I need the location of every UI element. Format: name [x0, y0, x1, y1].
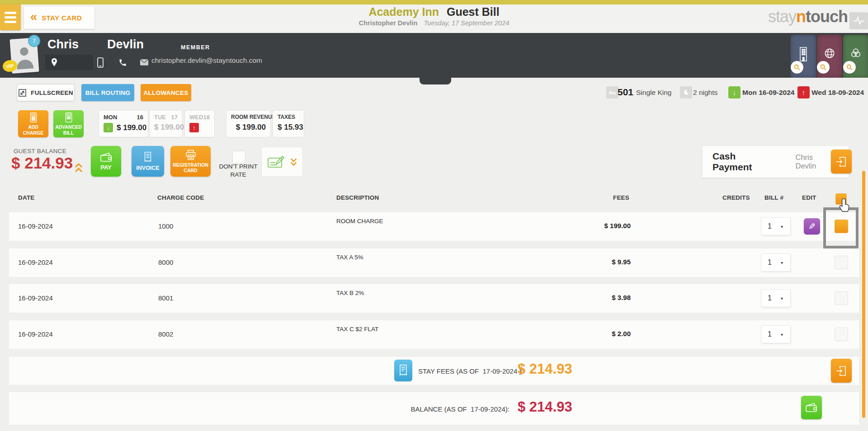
- guest-last-name[interactable]: Devlin: [107, 37, 144, 52]
- edit-charge-button[interactable]: ✎: [804, 218, 820, 234]
- bill-number-select[interactable]: 1 ▾: [761, 325, 791, 343]
- select-all-checkbox[interactable]: [835, 193, 847, 205]
- taxes-card: TAXES $ 15.93: [273, 110, 304, 137]
- panel-group-search[interactable]: [843, 35, 868, 78]
- invoice-icon: [143, 151, 153, 163]
- printer-icon: [185, 150, 197, 160]
- col-header-edit: EDIT: [802, 194, 816, 201]
- guest-fullname: Christopher Devlin: [359, 19, 418, 27]
- row-checkbox[interactable]: [835, 291, 848, 305]
- address-field[interactable]: [45, 55, 93, 70]
- phone-icon[interactable]: [118, 58, 127, 67]
- room-type: Single King: [636, 89, 671, 97]
- dont-print-rate-checkbox[interactable]: [232, 150, 245, 164]
- double-chevron-up-icon[interactable]: [74, 163, 83, 173]
- day-card-tue[interactable]: TUE17 $ 199.00: [149, 110, 183, 137]
- chevron-down-icon: ▾: [781, 332, 783, 337]
- signed-cheque-card[interactable]: [261, 147, 303, 177]
- row-checkbox[interactable]: [835, 220, 848, 233]
- bill-routing-tab[interactable]: BILL ROUTING: [81, 84, 134, 101]
- cheque-pencil-icon: [267, 155, 285, 169]
- allowances-tab[interactable]: ALLOWANCES: [141, 84, 191, 101]
- chevron-down-icon: ▾: [781, 296, 783, 301]
- taxes-label: TAXES: [278, 114, 299, 120]
- vertical-scrollbar[interactable]: [862, 171, 865, 418]
- stay-fees-row: STAY FEES (AS OF 17-09-2024 ): $ 214.93: [9, 357, 859, 385]
- table-row: 16-09-2024 1000 ROOM CHARGE $ 199.00 1 ▾…: [9, 212, 859, 241]
- row-description: ROOM CHARGE: [336, 218, 383, 225]
- wallet-icon: [805, 402, 818, 413]
- search-icon: [846, 64, 853, 71]
- day-num: 18: [203, 114, 210, 121]
- day-card-mon[interactable]: MON16 ↓ $ 199.00: [99, 110, 148, 137]
- location-pin-icon: [51, 58, 58, 67]
- transfer-bill-button[interactable]: [831, 359, 852, 383]
- email-icon: [140, 59, 148, 66]
- registration-card-button[interactable]: REGISTRATION CARD: [170, 146, 211, 177]
- pay-button[interactable]: PAY: [91, 146, 121, 177]
- top-accent-strip: [0, 0, 868, 5]
- row-checkbox[interactable]: [835, 256, 848, 269]
- guest-first-name[interactable]: Chris: [47, 37, 79, 52]
- bill-number-select[interactable]: 1 ▾: [761, 289, 791, 307]
- chevron-down-icon: ▾: [781, 224, 783, 229]
- guest-email[interactable]: christopher.devlin@stayntouch.com: [151, 56, 262, 65]
- panel-hotel-search[interactable]: [791, 35, 816, 78]
- notification-badge[interactable]: 7: [28, 35, 40, 47]
- stay-fees-icon-button[interactable]: [394, 360, 412, 381]
- col-header-charge-code: CHARGE CODE: [157, 194, 204, 201]
- row-description: TAX A 5%: [336, 254, 363, 261]
- moon-icon: [683, 89, 689, 96]
- search-icon: [793, 64, 801, 71]
- row-checkbox[interactable]: [835, 328, 848, 341]
- day-card-wed[interactable]: WED18 ↑: [184, 110, 215, 137]
- payment-holder: Chris Devlin: [796, 153, 835, 170]
- bill-number-select[interactable]: 1 ▾: [761, 217, 791, 235]
- expand-icon: [18, 89, 27, 97]
- business-date: Tuesday, 17 September 2024: [424, 19, 509, 27]
- header-drag-handle[interactable]: [420, 78, 451, 84]
- building-icon: [797, 47, 809, 62]
- col-header-credits: CREDITS: [722, 194, 750, 201]
- page-name: Guest Bill: [447, 5, 500, 18]
- activity-button[interactable]: [849, 12, 868, 29]
- add-charge-button[interactable]: ADD CHARGE: [18, 110, 48, 137]
- nights-count: 2 nights: [693, 89, 717, 97]
- export-document-icon: [835, 156, 847, 168]
- globe-icon: [824, 47, 835, 60]
- mobile-phone-icon[interactable]: [97, 57, 104, 68]
- payment-method-selector[interactable]: Cash Payment Chris Devlin ▾: [702, 145, 849, 178]
- panel-global-search[interactable]: [817, 35, 842, 78]
- pay-balance-button[interactable]: [801, 396, 822, 419]
- row-description: TAX C $2 FLAT: [336, 326, 378, 333]
- hotel-name: Academy Inn: [368, 5, 439, 18]
- guest-balance-label: GUEST BALANCE: [14, 148, 66, 155]
- add-charge-label: ADD CHARGE: [18, 124, 48, 135]
- arrow-up-icon: ↑: [802, 89, 806, 96]
- search-circle[interactable]: [843, 61, 856, 74]
- day-amount: $ 199.00: [154, 123, 184, 132]
- arrow-down-icon: ↓: [733, 89, 736, 96]
- advanced-bill-label: ADVANCED BILL: [53, 124, 84, 135]
- departure-date: Wed 18-09-2024: [811, 89, 864, 97]
- fullscreen-button[interactable]: FULLSCREEN: [17, 84, 75, 101]
- export-document-icon: [835, 365, 847, 377]
- stay-fees-amount: $ 214.93: [518, 361, 572, 377]
- room-revenue-amount: $ 199.00: [231, 123, 266, 132]
- dont-print-rate-label: DON'T PRINT RATE: [212, 163, 265, 178]
- invoice-button[interactable]: INVOICE: [132, 146, 164, 177]
- pencil-icon: ✎: [808, 221, 816, 232]
- search-circle[interactable]: [817, 61, 830, 74]
- arrow-down-icon: ↓: [104, 123, 113, 132]
- row-fees: $ 2.00: [542, 330, 631, 337]
- search-circle[interactable]: [791, 61, 803, 74]
- transfer-bill-button[interactable]: [831, 150, 852, 173]
- double-chevron-down-icon[interactable]: [290, 157, 297, 166]
- search-icon: [820, 64, 827, 71]
- pulse-icon: [853, 16, 865, 26]
- day-num: 17: [171, 114, 178, 121]
- col-header-date: DATE: [18, 194, 35, 201]
- bill-number-select[interactable]: 1 ▾: [761, 253, 791, 272]
- guest-header-bar: 7 VIP Chris Devlin MEMBER christopher.de…: [0, 33, 868, 78]
- advanced-bill-button[interactable]: ADVANCED BILL: [53, 110, 84, 137]
